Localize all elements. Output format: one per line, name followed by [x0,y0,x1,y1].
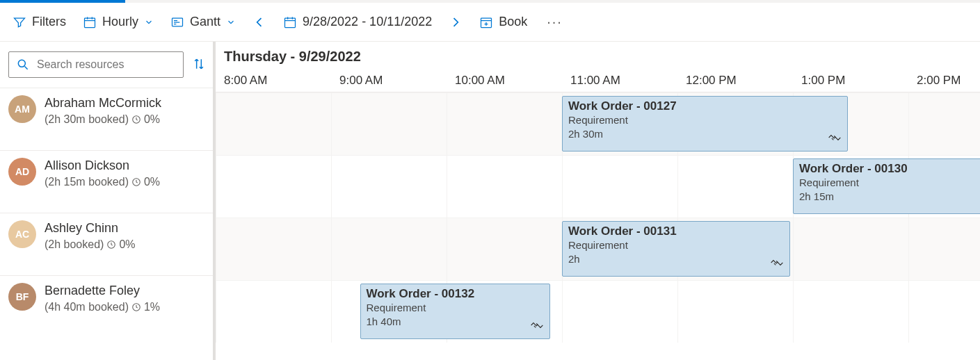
booking-card[interactable]: Work Order - 00130 Requirement 2h 15m [793,158,980,214]
booking-title: Work Order - 00130 [799,162,980,176]
svg-rect-2 [285,18,296,27]
clock-icon [131,302,141,312]
booking-subtitle: Requirement [568,238,784,252]
booking-card[interactable]: Work Order - 00127 Requirement 2h 30m [562,96,848,152]
book-button[interactable]: Book [479,15,527,29]
resource-name: Ashley Chinn [45,220,136,236]
layout-label: Gantt [190,15,220,29]
date-range-label: 9/28/2022 - 10/11/2022 [303,15,432,29]
time-slot: 11:00 AM [562,74,677,88]
booking-duration: 2h [568,252,784,266]
time-slot: 9:00 AM [331,74,447,88]
next-button[interactable] [449,15,463,29]
time-slot: 1:00 PM [793,74,908,88]
resource-row[interactable]: BF Bernadette Foley (4h 40m booked) 1% [0,275,213,338]
calendar-range-icon [83,15,97,29]
booking-subtitle: Requirement [367,301,544,315]
search-icon [16,58,30,72]
handshake-icon [770,256,784,272]
time-slot: 12:00 PM [677,74,793,88]
avatar: AM [8,95,36,123]
gantt-icon [170,15,184,29]
filters-label: Filters [32,15,66,29]
time-header: 8:00 AM9:00 AM10:00 AM11:00 AM12:00 PM1:… [216,65,980,92]
schedule-row[interactable]: Work Order - 00130 Requirement 2h 15m [216,155,980,218]
avatar: AD [8,158,36,186]
filter-icon [13,15,26,29]
schedule-row[interactable]: Work Order - 00132 Requirement 1h 40m [216,280,980,343]
prev-button[interactable] [252,15,266,29]
schedule-board: Thursday - 9/29/2022 8:00 AM9:00 AM10:00… [216,42,980,360]
chevron-left-icon [252,15,266,29]
schedule-row[interactable]: Work Order - 00131 Requirement 2h [216,218,980,280]
book-label: Book [499,15,527,29]
resource-row[interactable]: AD Allison Dickson (2h 15m booked) 0% [0,150,213,213]
booking-title: Work Order - 00132 [367,287,544,301]
handshake-icon [828,131,842,147]
filters-button[interactable]: Filters [13,15,66,29]
booking-duration: 2h 15m [799,190,980,204]
clock-icon [131,115,141,124]
booking-title: Work Order - 00127 [568,99,842,113]
resource-row[interactable]: AC Ashley Chinn (2h booked) 0% [0,213,213,275]
toolbar: Filters Hourly Gantt 9/28/2022 - 10/11/2… [0,3,980,42]
time-slot: 8:00 AM [216,74,331,88]
resource-name: Abraham McCormick [45,95,161,111]
calendar-icon [283,15,297,29]
chevron-right-icon [449,15,463,29]
handshake-icon [530,318,544,334]
chevron-down-icon [226,17,236,27]
resource-meta: (2h 15m booked) 0% [45,176,160,188]
time-slot: 10:00 AM [447,74,562,88]
sort-button[interactable] [192,57,206,73]
resource-meta: (2h 30m booked) 0% [45,113,161,126]
resource-meta: (2h booked) 0% [45,238,136,251]
more-menu[interactable]: ··· [544,14,565,30]
view-mode-dropdown[interactable]: Hourly [83,15,154,29]
booking-subtitle: Requirement [568,113,842,127]
resource-panel: AM Abraham McCormick (2h 30m booked) 0% … [0,42,216,360]
booking-title: Work Order - 00131 [568,224,784,238]
svg-rect-0 [85,18,95,27]
view-mode-label: Hourly [102,15,138,29]
clock-icon [106,240,116,249]
search-input[interactable] [37,58,176,71]
resource-meta: (4h 40m booked) 1% [45,301,160,313]
layout-dropdown[interactable]: Gantt [170,15,236,29]
booking-card[interactable]: Work Order - 00131 Requirement 2h [562,221,790,277]
booking-card[interactable]: Work Order - 00132 Requirement 1h 40m [360,284,550,339]
resource-name: Allison Dickson [45,158,160,173]
booking-duration: 1h 40m [367,315,544,329]
resource-row[interactable]: AM Abraham McCormick (2h 30m booked) 0% [0,88,213,150]
resource-name: Bernadette Foley [45,283,160,298]
avatar: AC [8,220,36,248]
booking-subtitle: Requirement [799,176,980,190]
calendar-add-icon [479,15,493,29]
chevron-down-icon [144,17,154,27]
clock-icon [131,177,141,187]
svg-point-4 [18,60,25,67]
search-input-wrap[interactable] [8,51,184,78]
schedule-row[interactable]: Work Order - 00127 Requirement 2h 30m [216,92,980,155]
time-slot: 2:00 PM [908,74,980,88]
booking-duration: 2h 30m [568,127,842,141]
date-range-picker[interactable]: 9/28/2022 - 10/11/2022 [283,15,432,29]
avatar: BF [8,283,36,311]
date-header: Thursday - 9/29/2022 [216,42,980,65]
